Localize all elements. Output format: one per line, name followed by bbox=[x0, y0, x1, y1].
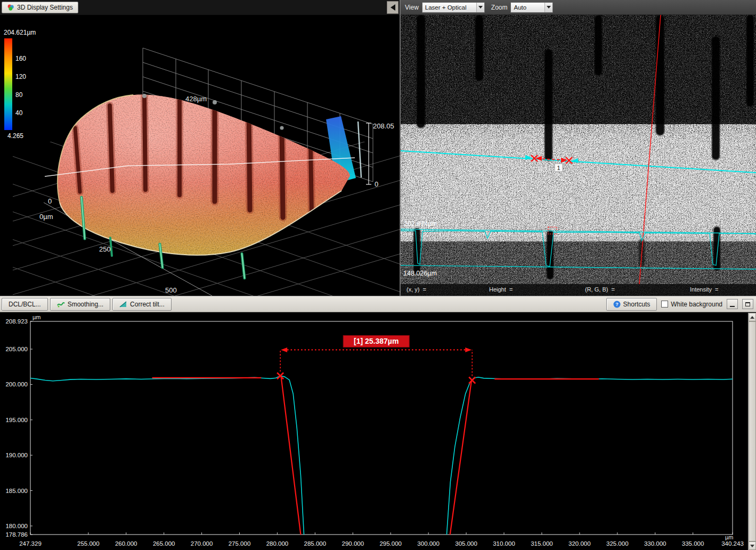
help-icon: ? bbox=[613, 301, 621, 308]
measure-x-marker bbox=[277, 373, 283, 379]
collapse-left-button[interactable] bbox=[387, 1, 399, 14]
white-background-checkbox[interactable] bbox=[661, 301, 668, 308]
x-tick-label: 285.000 bbox=[304, 540, 327, 547]
maximize-icon bbox=[745, 302, 750, 306]
status-rgb: (R, G, B) = bbox=[585, 286, 615, 293]
x-tick-label: 265.000 bbox=[153, 540, 175, 547]
colorbar-tick: 80 bbox=[15, 91, 22, 99]
minimize-button[interactable] bbox=[727, 299, 738, 309]
minimize-icon bbox=[730, 306, 735, 307]
series-edge-fit-left bbox=[281, 376, 305, 550]
x-axis-unit: µm bbox=[725, 534, 734, 540]
plot-frame bbox=[30, 321, 733, 535]
3d-settings-icon bbox=[7, 4, 14, 11]
chevron-down-icon bbox=[476, 3, 484, 12]
zoom-select-value: Auto bbox=[514, 4, 526, 11]
svg-text:0: 0 bbox=[48, 197, 52, 205]
smoothing-label: Smoothing... bbox=[68, 301, 103, 308]
depth-axis-label: 428µm bbox=[185, 95, 207, 103]
bright-band-speckle bbox=[401, 130, 756, 236]
measurement-label: [1] 25.387µm bbox=[354, 337, 399, 345]
height-colorbar: 204.621µm 160 120 80 40 4.265 bbox=[4, 38, 12, 130]
correct-tilt-button[interactable]: Correct tilt... bbox=[112, 298, 172, 311]
svg-text:208.05: 208.05 bbox=[373, 122, 394, 130]
profile-panel: DCL/BCL... Smoothing... Correct tilt... bbox=[0, 296, 756, 550]
profile-chart[interactable]: µmµm208.923205.000200.000195.000190.0001… bbox=[0, 312, 748, 550]
y-tick-label: 200.000 bbox=[5, 381, 28, 387]
lower-height-label: 148.026µm bbox=[403, 270, 437, 277]
y-tick-label: 205.000 bbox=[5, 346, 28, 352]
x-tick-label: 290.000 bbox=[342, 540, 364, 547]
tilt-icon bbox=[119, 300, 127, 308]
y-tick-label: 208.923 bbox=[5, 318, 28, 325]
x-tick-label: 247.329 bbox=[19, 540, 42, 547]
colorbar-tick: 40 bbox=[15, 109, 22, 117]
dcl-bcl-button[interactable]: DCL/BCL... bbox=[2, 298, 48, 311]
svg-text:500: 500 bbox=[165, 286, 177, 294]
y-tick-label: 185.000 bbox=[5, 488, 28, 494]
y-tick-label: 190.000 bbox=[5, 452, 28, 458]
x-tick-label: 305.000 bbox=[455, 540, 477, 547]
scroll-up-button[interactable] bbox=[749, 313, 756, 321]
profile-chart-canvas: µmµm208.923205.000200.000195.000190.0001… bbox=[0, 312, 748, 550]
x-tick-label: 300.000 bbox=[417, 540, 440, 547]
svg-text:0µm: 0µm bbox=[39, 213, 53, 221]
shortcuts-button[interactable]: ? Shortcuts bbox=[606, 298, 657, 311]
optical-status-bar: (x, y) = Height = (R, G, B) = Intensity … bbox=[401, 284, 756, 296]
svg-text:?: ? bbox=[615, 302, 619, 307]
panel-optical-view: View Laser + Optical Zoom Auto bbox=[401, 0, 756, 296]
panel-3d-header: 3D Display Settings bbox=[0, 0, 400, 15]
3d-display-settings-button[interactable]: 3D Display Settings bbox=[2, 2, 78, 13]
y-axis-unit: µm bbox=[32, 314, 41, 320]
colorbar-max-label: 204.621µm bbox=[4, 29, 36, 36]
upper-height-label: 202.674µm bbox=[404, 220, 437, 228]
scrollbar-thumb[interactable] bbox=[749, 321, 756, 541]
3d-surface-view[interactable]: 428µm bbox=[0, 15, 400, 296]
x-tick-label: 275.000 bbox=[229, 540, 251, 547]
x-tick-label: 310.000 bbox=[493, 540, 515, 547]
zoom-select[interactable]: Auto bbox=[510, 2, 553, 13]
svg-text:0: 0 bbox=[375, 180, 378, 188]
top-row: 3D Display Settings bbox=[0, 0, 756, 296]
series-edge-fit-right bbox=[446, 381, 472, 550]
x-tick-label: 320.000 bbox=[568, 540, 591, 547]
zoom-label: Zoom bbox=[491, 4, 508, 11]
laser-optical-image[interactable]: 1 202.674µm 148.026µm (x, y) = Height = bbox=[401, 15, 756, 296]
view-select-value: Laser + Optical bbox=[425, 4, 467, 11]
svg-text:250: 250 bbox=[99, 245, 111, 253]
optical-image-canvas: 1 202.674µm 148.026µm bbox=[401, 15, 756, 296]
panel-3d-view: 3D Display Settings bbox=[0, 0, 401, 296]
optical-toolbar: View Laser + Optical Zoom Auto bbox=[401, 0, 756, 15]
x-tick-label: 340.243 bbox=[721, 540, 744, 547]
white-background-label: White background bbox=[671, 301, 722, 308]
view-select[interactable]: Laser + Optical bbox=[422, 2, 485, 13]
correct-tilt-label: Correct tilt... bbox=[130, 301, 165, 308]
status-xy: (x, y) = bbox=[407, 286, 426, 293]
3d-scene: 428µm bbox=[0, 15, 401, 296]
x-tick-label: 295.000 bbox=[379, 540, 402, 547]
x-tick-label: 325.000 bbox=[606, 540, 629, 547]
3d-display-settings-label: 3D Display Settings bbox=[17, 4, 73, 11]
series-height-profile bbox=[30, 376, 733, 550]
status-height: Height = bbox=[489, 286, 513, 293]
profile-toolbar: DCL/BCL... Smoothing... Correct tilt... bbox=[0, 296, 756, 312]
vertical-scrollbar[interactable] bbox=[748, 313, 756, 550]
colorbar-tick: 120 bbox=[15, 73, 26, 80]
x-tick-label: 260.000 bbox=[115, 540, 137, 547]
smoothing-icon bbox=[57, 300, 65, 308]
x-tick-label: 330.000 bbox=[644, 540, 666, 547]
status-intensity: Intensity = bbox=[690, 286, 719, 293]
smoothing-button[interactable]: Smoothing... bbox=[50, 298, 110, 311]
white-sliver bbox=[358, 122, 361, 177]
maximize-button[interactable] bbox=[742, 299, 753, 309]
y-tick-label: 178.786 bbox=[5, 531, 28, 538]
y-tick-label: 180.000 bbox=[5, 523, 28, 529]
white-background-toggle[interactable]: White background bbox=[661, 301, 722, 308]
x-tick-label: 280.000 bbox=[266, 540, 289, 547]
x-tick-label: 255.000 bbox=[77, 540, 100, 547]
shortcuts-label: Shortcuts bbox=[623, 301, 651, 308]
scroll-down-button[interactable] bbox=[749, 541, 756, 550]
x-tick-label: 315.000 bbox=[531, 540, 553, 547]
colorbar-tick: 160 bbox=[15, 55, 26, 62]
x-tick-label: 270.000 bbox=[191, 540, 213, 547]
